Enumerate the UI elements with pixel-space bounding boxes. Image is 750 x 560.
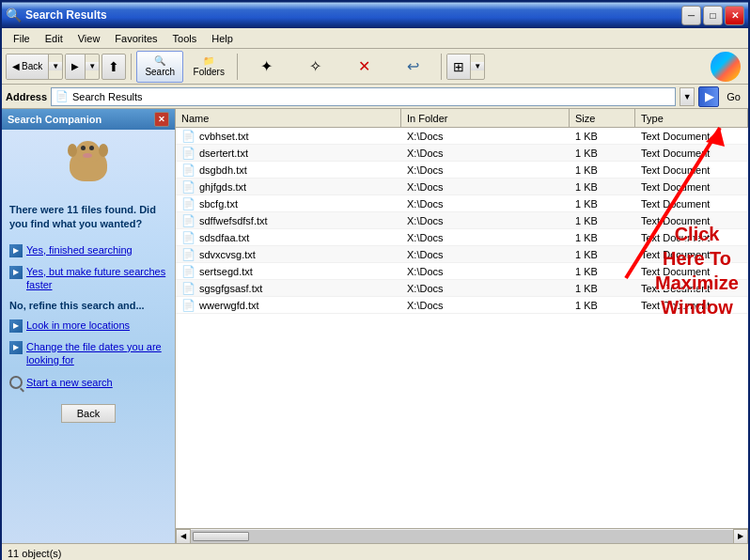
file-icon: 📄 bbox=[181, 147, 195, 160]
table-row[interactable]: 📄 dsgbdh.txt X:\Docs 1 KB Text Document bbox=[176, 162, 748, 179]
file-name: ghjfgds.txt bbox=[199, 181, 246, 193]
scroll-track[interactable] bbox=[191, 530, 733, 543]
file-size-cell: 1 KB bbox=[570, 215, 635, 226]
menu-file[interactable]: File bbox=[6, 29, 38, 48]
scroll-thumb[interactable] bbox=[193, 532, 249, 541]
search-option-dates[interactable]: ▶ Change the file dates you are looking … bbox=[9, 340, 167, 367]
file-folder-cell: X:\Docs bbox=[401, 164, 570, 176]
views-dropdown[interactable]: ▼ bbox=[471, 62, 484, 70]
undo-button[interactable]: ↩ bbox=[389, 51, 436, 83]
file-name-cell: 📄 dsgbdh.txt bbox=[176, 163, 401, 177]
table-row[interactable]: 📄 dsertert.txt X:\Docs 1 KB Text Documen… bbox=[176, 145, 748, 162]
search-option-locations[interactable]: ▶ Look in more locations bbox=[9, 319, 167, 333]
forward-button[interactable]: ▶ bbox=[66, 54, 86, 79]
menu-tools[interactable]: Tools bbox=[165, 29, 205, 48]
address-go-arrow[interactable]: ▶ bbox=[698, 86, 719, 107]
dog-ear-left bbox=[68, 144, 77, 157]
back-button[interactable]: ◀ Back bbox=[7, 54, 49, 79]
file-icon: 📄 bbox=[181, 163, 195, 177]
table-row[interactable]: 📄 cvbhset.txt X:\Docs 1 KB Text Document bbox=[176, 128, 748, 145]
menu-favorites[interactable]: Favorites bbox=[107, 29, 164, 48]
dog-mascot bbox=[60, 139, 117, 195]
file-icon: 📄 bbox=[181, 282, 195, 295]
col-header-type[interactable]: Type bbox=[635, 109, 748, 127]
file-type-cell: Text Document bbox=[635, 249, 748, 260]
file-icon: 📄 bbox=[181, 299, 195, 312]
menu-view[interactable]: View bbox=[70, 29, 108, 48]
option-yes-finished-text[interactable]: Yes, finished searching bbox=[26, 243, 133, 257]
up-button[interactable]: ⬆ bbox=[102, 54, 126, 80]
file-type-cell: Text Document bbox=[635, 283, 748, 294]
file-name: sdsdfaa.txt bbox=[199, 232, 249, 243]
close-button[interactable]: ✕ bbox=[725, 6, 744, 25]
file-icon: 📄 bbox=[181, 265, 195, 278]
status-bar: 11 object(s) bbox=[2, 543, 748, 560]
file-size-cell: 1 KB bbox=[570, 283, 635, 294]
col-header-name[interactable]: Name bbox=[176, 109, 401, 127]
search-panel-header: Search Companion ✕ bbox=[2, 109, 175, 130]
address-input-area[interactable]: 📄 Search Results bbox=[51, 87, 676, 106]
scroll-right-button[interactable]: ▶ bbox=[733, 529, 748, 544]
file-folder-cell: X:\Docs bbox=[401, 181, 570, 193]
new-search-label[interactable]: Start a new search bbox=[26, 376, 113, 389]
search-panel-close-button[interactable]: ✕ bbox=[154, 112, 169, 127]
table-row[interactable]: 📄 sdsdfaa.txt X:\Docs 1 KB Text Document bbox=[176, 229, 748, 246]
col-header-folder[interactable]: In Folder bbox=[401, 109, 570, 127]
dog-head bbox=[76, 141, 100, 162]
file-folder-cell: X:\Docs bbox=[401, 198, 570, 210]
menu-edit[interactable]: Edit bbox=[38, 29, 70, 48]
views-icon: ⊞ bbox=[453, 59, 464, 74]
dog-eye-right bbox=[89, 146, 94, 150]
table-row[interactable]: 📄 sbcfg.txt X:\Docs 1 KB Text Document bbox=[176, 195, 748, 212]
dog-nose bbox=[83, 153, 92, 158]
option-arrow-3: ▶ bbox=[9, 319, 23, 333]
minimize-button[interactable]: ─ bbox=[681, 6, 701, 25]
menu-help[interactable]: Help bbox=[204, 29, 241, 48]
move-button[interactable]: ✦ bbox=[242, 51, 289, 83]
col-header-size[interactable]: Size bbox=[570, 109, 635, 127]
back-dropdown[interactable]: ▼ bbox=[49, 62, 62, 70]
option-yes-faster-text[interactable]: Yes, but make future searches faster bbox=[26, 265, 167, 292]
table-row[interactable]: 📄 sdffwefsdfsf.txt X:\Docs 1 KB Text Doc… bbox=[176, 212, 748, 229]
folders-button[interactable]: 📁 Folders bbox=[185, 51, 232, 83]
forward-dropdown[interactable]: ▼ bbox=[86, 62, 99, 70]
address-dropdown[interactable]: ▼ bbox=[680, 87, 695, 106]
search-button[interactable]: 🔍 Search bbox=[136, 51, 183, 83]
file-type-cell: Text Document bbox=[635, 215, 748, 226]
copy-button[interactable]: ✧ bbox=[291, 51, 338, 83]
search-option-yes-finished[interactable]: ▶ Yes, finished searching bbox=[9, 243, 167, 257]
delete-button[interactable]: ✕ bbox=[340, 51, 387, 83]
file-name-cell: 📄 wwerwgfd.txt bbox=[176, 299, 401, 312]
window: 🔍 Search Results ─ □ ✕ File Edit View Fa… bbox=[0, 0, 750, 560]
back-label: Back bbox=[22, 61, 42, 71]
table-row[interactable]: 📄 sertsegd.txt X:\Docs 1 KB Text Documen… bbox=[176, 263, 748, 280]
title-bar: 🔍 Search Results ─ □ ✕ bbox=[2, 2, 748, 28]
file-type-cell: Text Document bbox=[635, 232, 748, 243]
search-option-yes-faster[interactable]: ▶ Yes, but make future searches faster bbox=[9, 265, 167, 292]
table-row[interactable]: 📄 sdvxcvsg.txt X:\Docs 1 KB Text Documen… bbox=[176, 246, 748, 263]
file-name: dsgbdh.txt bbox=[199, 164, 247, 176]
table-row[interactable]: 📄 ghjfgds.txt X:\Docs 1 KB Text Document bbox=[176, 179, 748, 195]
back-button-panel[interactable]: Back bbox=[61, 404, 116, 423]
main-area: Search Companion ✕ bbox=[2, 109, 748, 543]
file-type-cell: Text Document bbox=[635, 131, 748, 142]
table-row[interactable]: 📄 sgsgfgsasf.txt X:\Docs 1 KB Text Docum… bbox=[176, 280, 748, 297]
dog-eye-left bbox=[81, 146, 86, 150]
option-arrow-2: ▶ bbox=[9, 266, 23, 279]
scroll-left-button[interactable]: ◀ bbox=[176, 529, 191, 544]
option-arrow-4: ▶ bbox=[9, 341, 23, 354]
toolbar: ◀ Back ▼ ▶ ▼ ⬆ 🔍 Search 📁 Folders ✦ ✧ bbox=[2, 49, 748, 85]
file-type-cell: Text Document bbox=[635, 266, 748, 277]
restore-button[interactable]: □ bbox=[703, 6, 723, 25]
file-folder-cell: X:\Docs bbox=[401, 232, 570, 243]
horizontal-scrollbar[interactable]: ◀ ▶ bbox=[176, 528, 748, 543]
views-button[interactable]: ⊞ bbox=[447, 54, 471, 79]
go-label[interactable]: Go bbox=[723, 91, 744, 102]
new-search-link[interactable]: Start a new search bbox=[9, 376, 167, 389]
table-row[interactable]: 📄 wwerwgfd.txt X:\Docs 1 KB Text Documen… bbox=[176, 297, 748, 314]
search-companion-title: Search Companion bbox=[8, 114, 102, 125]
option-dates-text[interactable]: Change the file dates you are looking fo… bbox=[26, 340, 167, 367]
file-folder-cell: X:\Docs bbox=[401, 266, 570, 277]
magnifier-icon bbox=[9, 376, 23, 389]
option-locations-text[interactable]: Look in more locations bbox=[26, 319, 130, 332]
